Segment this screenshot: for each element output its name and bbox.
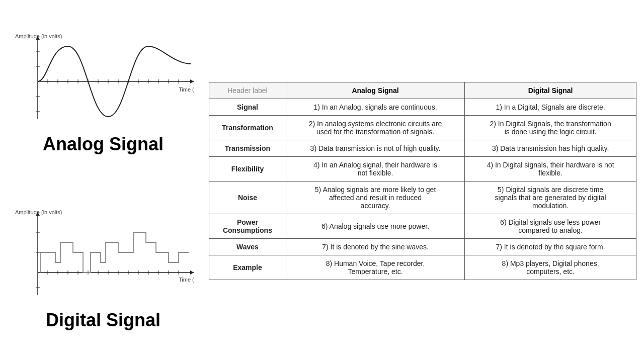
row-label: Power Consumptions — [209, 214, 286, 239]
row-label: Noise — [209, 182, 286, 214]
row-digital: 4) In Digital signals, their hardware is… — [465, 157, 636, 182]
table-row: Example8) Human Voice, Tape recorder, Te… — [209, 255, 636, 280]
comparison-table: Header label Analog Signal Digital Signa… — [209, 82, 636, 280]
row-digital: 7) It is denoted by the square form. — [465, 239, 636, 255]
digital-signal-title: Digital Signal — [46, 310, 160, 331]
row-label: Transmission — [209, 140, 286, 157]
table-row: Transformation2) In analog systems elect… — [209, 116, 636, 140]
digital-signal-section: Amplitude (in volts) Time (in m — [5, 207, 201, 331]
row-analog: 2) In analog systems electronic circuits… — [286, 116, 464, 140]
table-row: Transmission3) Data transmission is not … — [209, 140, 636, 157]
row-analog: 1) In an Analog, signals are continuous. — [286, 99, 464, 116]
col-header-analog: Analog Signal — [286, 82, 464, 99]
row-digital: 2) In Digital Signals, the transformatio… — [465, 116, 636, 140]
table-row: Noise5) Analog signals are more likely t… — [209, 182, 636, 214]
row-analog: 7) It is denoted by the sine waves. — [286, 239, 464, 255]
row-digital: 8) Mp3 players, Digital phones, computer… — [465, 255, 636, 280]
row-label: Flexibility — [209, 157, 286, 182]
row-analog: 6) Analog signals use more power. — [286, 214, 464, 239]
right-panel: Header label Analog Signal Digital Signa… — [206, 0, 644, 362]
analog-signal-section: Amplitude (in volts) Time (in m — [5, 31, 201, 155]
analog-signal-chart: Amplitude (in volts) Time (in m — [13, 31, 194, 132]
row-label: Signal — [209, 99, 286, 116]
table-row: Flexibility4) In an Analog signal, their… — [209, 157, 636, 182]
table-row: Power Consumptions6) Analog signals use … — [209, 214, 636, 239]
svg-marker-27 — [190, 270, 194, 275]
left-panel: Amplitude (in volts) Time (in m — [0, 0, 206, 362]
svg-text:Time (in m: Time (in m — [179, 86, 194, 93]
col-header-label: Header label — [209, 82, 286, 99]
row-analog: 8) Human Voice, Tape recorder, Temperatu… — [286, 255, 464, 280]
row-digital: 6) Digital signals use less power compar… — [465, 214, 636, 239]
col-header-digital: Digital Signal — [465, 82, 636, 99]
row-analog: 3) Data transmission is not of high qual… — [286, 140, 464, 157]
row-analog: 5) Analog signals are more likely to get… — [286, 182, 464, 214]
row-digital: 3) Data transmission has high quality. — [465, 140, 636, 157]
table-header-row: Header label Analog Signal Digital Signa… — [209, 82, 636, 99]
row-label: Waves — [209, 239, 286, 255]
row-digital: 5) Digital signals are discrete time sig… — [465, 182, 636, 214]
table-row: Waves7) It is denoted by the sine waves.… — [209, 239, 636, 255]
svg-marker-3 — [190, 79, 194, 83]
row-analog: 4) In an Analog signal, their hardware i… — [286, 157, 464, 182]
analog-signal-title: Analog Signal — [43, 134, 164, 155]
table-row: Signal1) In an Analog, signals are conti… — [209, 99, 636, 116]
row-label: Transformation — [209, 116, 286, 140]
row-label: Example — [209, 255, 286, 280]
digital-signal-chart: Amplitude (in volts) Time (in m — [13, 207, 194, 308]
svg-text:Time (in m: Time (in m — [179, 277, 194, 283]
row-digital: 1) In a Digital, Signals are discrete. — [465, 99, 636, 116]
